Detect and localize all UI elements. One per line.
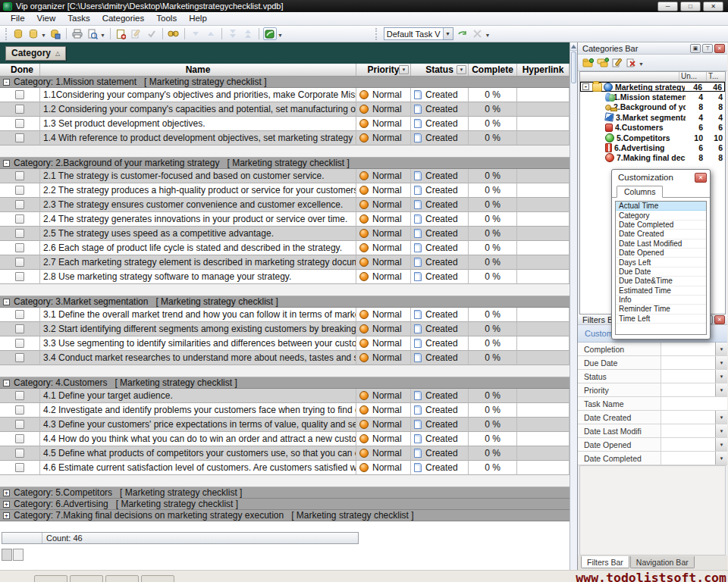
column-header-done[interactable]: Done bbox=[0, 64, 40, 76]
undone-column-header[interactable]: Un... bbox=[679, 72, 707, 81]
tree-category-item[interactable]: 1.Mission statement 4 4 bbox=[580, 92, 725, 102]
scrollbar-thumb[interactable] bbox=[571, 52, 576, 83]
menu-tools[interactable]: Tools bbox=[150, 12, 183, 25]
filter-value-field[interactable] bbox=[661, 343, 715, 355]
done-checkbox[interactable] bbox=[15, 258, 24, 267]
collapse-icon[interactable]: - bbox=[3, 79, 10, 86]
task-row[interactable]: 4.4 How do you think what you can do to … bbox=[0, 432, 570, 446]
task-row[interactable]: 1.2 Considering your company's capacitie… bbox=[0, 102, 570, 117]
filter-value-field[interactable] bbox=[661, 356, 715, 369]
new-task-icon[interactable] bbox=[115, 27, 128, 40]
done-checkbox[interactable] bbox=[15, 324, 24, 333]
task-row[interactable]: 1.1Considering your company's objectives… bbox=[0, 88, 570, 102]
tree-category-item[interactable]: 5.Competitors 10 10 bbox=[580, 133, 725, 142]
done-checkbox[interactable] bbox=[15, 200, 24, 209]
find-tasks-icon[interactable] bbox=[167, 27, 180, 40]
category-group-row[interactable]: - Category: 1.Mission statement [ Market… bbox=[0, 77, 570, 88]
panel-tab-navigation-bar[interactable]: Navigation Bar bbox=[630, 556, 695, 568]
print-icon[interactable] bbox=[71, 27, 84, 40]
task-row[interactable]: 3.4 Conduct market researches to underst… bbox=[0, 351, 570, 365]
categories-more-caret[interactable]: ▼ bbox=[639, 61, 644, 67]
task-row[interactable]: 2.2 The strategy produces a high-quality… bbox=[0, 183, 570, 198]
apply-view-icon[interactable] bbox=[456, 27, 469, 40]
task-row[interactable]: 2.6 Each stage of product life cycle is … bbox=[0, 241, 570, 255]
customization-titlebar[interactable]: Customization ✕ bbox=[612, 170, 710, 185]
close-button[interactable]: ✕ bbox=[703, 2, 723, 11]
columns-list-item[interactable]: Info bbox=[616, 296, 706, 305]
column-header-complete[interactable]: Complete bbox=[469, 64, 517, 76]
print-preview-icon[interactable] bbox=[86, 27, 99, 40]
minimize-button[interactable]: ─ bbox=[657, 2, 678, 11]
tab-s[interactable] bbox=[13, 549, 24, 561]
category-group-row[interactable]: - Category: 4.Customers [ Marketing stra… bbox=[0, 377, 570, 389]
menu-view[interactable]: View bbox=[31, 12, 62, 25]
open-database-caret[interactable]: ▼ bbox=[41, 33, 46, 38]
done-checkbox[interactable] bbox=[15, 463, 24, 472]
done-checkbox[interactable] bbox=[15, 405, 24, 415]
tree-category-item[interactable]: 6.Advertising 6 6 bbox=[580, 142, 725, 152]
task-row[interactable]: 2.3 The strategy ensures customer conven… bbox=[0, 198, 570, 212]
task-row[interactable]: 3.1 Define the overall market trend and … bbox=[0, 308, 570, 322]
done-checkbox[interactable] bbox=[15, 214, 24, 224]
task-row[interactable]: 1.4 With reference to product developmen… bbox=[0, 131, 570, 146]
customization-close-icon[interactable]: ✕ bbox=[695, 173, 707, 183]
print-preview-caret[interactable]: ▼ bbox=[100, 33, 105, 38]
move-up-icon[interactable] bbox=[204, 27, 218, 40]
collapse-icon[interactable]: - bbox=[3, 380, 10, 386]
columns-list-item[interactable]: Date Opened bbox=[616, 249, 706, 258]
columns-list-item[interactable]: Date Created bbox=[616, 230, 706, 239]
done-checkbox[interactable] bbox=[15, 434, 24, 443]
total-column-header[interactable]: T... bbox=[707, 72, 725, 81]
categories-restore-icon[interactable]: ▣ bbox=[690, 44, 701, 53]
save-database-icon[interactable] bbox=[49, 27, 62, 40]
columns-list-item[interactable]: Due Date&Time bbox=[616, 277, 706, 286]
filter-dropdown-button[interactable]: ▼ bbox=[715, 438, 727, 451]
expand-icon[interactable]: + bbox=[3, 512, 10, 519]
open-database-icon[interactable] bbox=[27, 27, 40, 40]
columns-list-item[interactable]: Category bbox=[616, 211, 706, 220]
filter-dropdown-button[interactable]: ▼ bbox=[715, 424, 727, 437]
task-view-caret[interactable]: ▼ bbox=[278, 33, 283, 38]
task-row[interactable]: 3.3 Use segmenting to identify similarit… bbox=[0, 336, 570, 351]
menu-categories[interactable]: Categories bbox=[96, 12, 151, 25]
combo-dropdown-arrow[interactable]: ▼ bbox=[443, 28, 453, 39]
edit-category-icon[interactable] bbox=[610, 56, 624, 69]
filters-close-icon[interactable]: ✕ bbox=[714, 315, 725, 324]
move-to-bottom-icon[interactable] bbox=[226, 27, 240, 40]
columns-list-item[interactable]: Date Completed bbox=[616, 221, 706, 230]
menu-tasks[interactable]: Tasks bbox=[61, 12, 96, 25]
task-row[interactable]: 2.5 The strategy uses speed as a competi… bbox=[0, 227, 570, 241]
scroll-up-button[interactable] bbox=[570, 42, 577, 51]
new-category-icon[interactable] bbox=[581, 56, 595, 69]
tab-note[interactable] bbox=[2, 549, 12, 561]
filter-dropdown-button[interactable]: ▼ bbox=[715, 356, 727, 369]
task-row[interactable]: 4.2 Investigate and identify problems yo… bbox=[0, 403, 570, 418]
filter-value-field[interactable] bbox=[661, 438, 715, 451]
filter-dropdown-button[interactable]: ▼ bbox=[715, 370, 727, 383]
filter-value-field[interactable] bbox=[661, 397, 727, 410]
task-row[interactable]: 2.7 Each marketing strategy element is d… bbox=[0, 255, 570, 270]
task-row[interactable]: 1.3 Set product development objectives. … bbox=[0, 117, 570, 131]
done-checkbox[interactable] bbox=[15, 449, 24, 458]
done-checkbox[interactable] bbox=[15, 119, 24, 128]
expand-icon[interactable]: + bbox=[3, 490, 10, 496]
tree-category-item[interactable]: 2.Background of your mar 8 8 bbox=[580, 102, 725, 112]
tree-category-item[interactable]: 3.Market segmentation 4 4 bbox=[580, 112, 725, 122]
expand-icon[interactable]: + bbox=[3, 501, 10, 508]
done-checkbox[interactable] bbox=[15, 272, 24, 281]
task-row[interactable]: 2.4 The strategy generates innovations i… bbox=[0, 212, 570, 227]
tree-category-item[interactable]: 4.Customers 6 6 bbox=[580, 123, 725, 133]
columns-list-item[interactable]: Estimated Time bbox=[616, 286, 706, 296]
done-checkbox[interactable] bbox=[15, 339, 24, 348]
filter-value-field[interactable] bbox=[661, 383, 715, 396]
task-row[interactable]: 2.1 The strategy is customer-focused and… bbox=[0, 169, 570, 183]
collapse-icon[interactable]: - bbox=[3, 160, 10, 167]
column-header-hyperlink[interactable]: Hyperlink bbox=[517, 64, 570, 76]
category-group-row[interactable]: + Category: 7.Making final decisions on … bbox=[0, 510, 570, 521]
columns-list-item[interactable]: Days Left bbox=[616, 258, 706, 267]
category-group-row[interactable]: - Category: 3.Market segmentation [ Mark… bbox=[0, 296, 570, 308]
tree-category-item[interactable]: 7.Making final decisions o 8 8 bbox=[580, 153, 725, 163]
task-row[interactable]: 4.5 Define what products of competitors … bbox=[0, 446, 570, 461]
edit-task-icon[interactable] bbox=[130, 27, 143, 40]
columns-list-item[interactable]: Due Date bbox=[616, 268, 706, 277]
